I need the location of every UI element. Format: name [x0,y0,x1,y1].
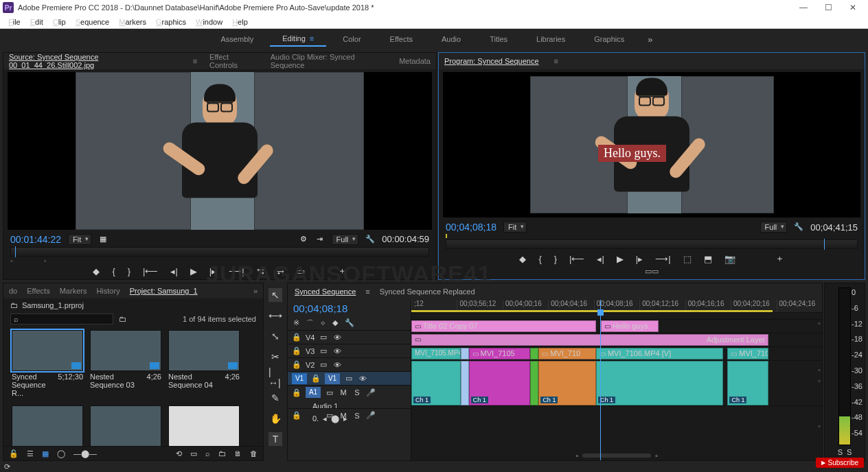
clip-video[interactable] [461,348,469,359]
youtube-subscribe-button[interactable]: Subscribe [816,458,864,468]
wrench-icon[interactable]: 🔧 [345,318,354,329]
type-tool-icon[interactable]: T [269,432,282,446]
clip-video[interactable]: ▭ MVI_7105 [469,348,531,359]
new-item-icon[interactable]: 🗎 [234,449,242,458]
step-back-button[interactable]: ◂| [597,254,604,264]
tab-audio-mixer[interactable]: Audio Clip Mixer: Synced Sequence [269,51,387,71]
find-icon[interactable]: ⌕ [205,449,210,458]
clip-audio[interactable]: Ch 1 [411,361,461,405]
extract-button[interactable]: ⬒ [704,254,712,264]
bin-item[interactable]: Synced Sequence R...5;12;30 [12,330,83,399]
wrench-icon[interactable]: 🔧 [794,222,803,232]
tab-menu-icon[interactable]: ≡ [554,57,558,65]
program-resolution-dropdown[interactable]: Full [760,222,788,233]
track-header-row[interactable]: 🔒▭MS🎤 [288,408,411,422]
source-viewer[interactable] [8,72,432,230]
tab-menu-icon[interactable]: ≡ [365,287,369,296]
workspace-libraries[interactable]: Libraries [524,32,578,46]
menu-sequence[interactable]: Sequence [71,16,114,27]
clip-title[interactable]: ▭ Title 02 Copy 07 [411,320,596,332]
track-header-row[interactable]: V1🔒V1▭👁 [288,371,411,385]
tab-sequence-2[interactable]: Synced Sequence Replaced [380,287,475,296]
program-scrubber[interactable] [446,239,858,249]
marker-icon[interactable]: ◆ [332,318,338,329]
menu-file[interactable]: File [4,16,25,27]
go-to-in-button[interactable]: |⟵ [143,266,158,276]
bin-item[interactable] [90,405,161,446]
wrench-icon[interactable]: 🔧 [365,235,375,244]
bin-item[interactable]: Nested Sequence 034;26 [90,330,161,399]
step-back-button[interactable]: ◂| [170,266,177,276]
track-header-row[interactable]: 🔒V4▭👁 [288,330,411,344]
clip-audio[interactable]: Ch 1 [727,361,768,405]
workspace-editing[interactable]: Editing≡ [270,32,326,47]
play-button[interactable]: ▶ [617,254,624,264]
program-viewer[interactable]: Hello guys. [443,72,860,217]
zoom-in-icon[interactable]: ◦ [655,451,658,460]
workspace-effects[interactable]: Effects [378,32,425,46]
rw-toggle-icon[interactable]: 🔓 [9,449,19,458]
workspace-color[interactable]: Color [330,32,373,46]
clip-video[interactable]: ▭ MVI_710 [538,348,596,359]
program-timecode[interactable]: 00;04;08;18 [446,222,496,233]
comparison-view-icon[interactable]: ▭▭ [439,267,865,279]
menu-edit[interactable]: Edit [26,16,47,27]
safe-margins-icon[interactable]: ▦ [98,235,108,244]
settings-icon[interactable]: ⚙ [299,235,308,244]
clip-video[interactable] [530,348,538,359]
close-button[interactable]: ✕ [841,3,865,12]
overwrite-button[interactable]: ⥅ [277,266,284,276]
hand-tool-icon[interactable]: ✋ [269,412,282,425]
track-v3[interactable]: ▭ Title 02 Copy 07 ▭ Hello guys. [411,319,822,333]
bin-item[interactable]: Nested Sequence 044;26 [168,330,240,399]
export-frame-button[interactable]: ▭ [297,266,305,276]
tab-menu-icon[interactable]: ≡ [193,57,197,65]
mark-out-button[interactable]: } [128,266,130,276]
step-forward-button[interactable]: |▸ [209,266,216,276]
mark-out-button[interactable]: } [554,254,557,264]
list-view-icon[interactable]: ☰ [27,449,34,458]
track-a2[interactable] [411,405,822,419]
menu-markers[interactable]: Markers [115,16,150,27]
go-to-out-button[interactable]: ⟶| [655,254,670,264]
playhead[interactable] [600,300,601,460]
timeline-tracks[interactable]: ;12 00;03;56;12 00;04;00;16 00;04;04;16 … [411,300,822,460]
tab-sequence[interactable]: Synced Sequence [295,287,356,296]
solo-right[interactable]: S [847,448,852,456]
timeline-timecode[interactable]: 00;04;08;18 [288,300,411,317]
zoom-slider[interactable]: —⬤— [73,449,97,458]
workspace-assembly[interactable]: Assembly [209,32,266,46]
add-marker-button[interactable]: ◆ [519,254,526,264]
tab-project[interactable]: Project: Samsung_1 [130,287,198,295]
track-header-row[interactable]: 🔒V3▭👁 [288,344,411,357]
slip-tool-icon[interactable]: |↔| [269,370,282,384]
new-bin-icon[interactable]: 🗀 [218,449,226,458]
workspace-titles[interactable]: Titles [477,32,520,46]
selection-tool-icon[interactable]: ↖ [269,288,282,302]
tab-effect-controls[interactable]: Effect Controls [208,51,258,71]
delete-icon[interactable]: 🗑 [250,449,258,458]
add-button[interactable]: ＋ [338,265,347,277]
tab-info[interactable]: do [9,287,17,295]
minimize-button[interactable]: — [791,3,816,12]
track-header-row[interactable]: 🔒A1▭MS🎤 Audio 1 0.◂⬤▸ [288,385,411,408]
timeline-zoom-slider[interactable] [582,453,651,458]
insert-button[interactable]: ⥃ [257,266,264,276]
icon-view-icon[interactable]: ▦ [42,449,49,458]
sync-icon[interactable]: ⟳ [4,462,10,471]
razor-tool-icon[interactable]: ✂ [269,350,282,364]
mark-in-button[interactable]: { [112,266,115,276]
clip-adjustment[interactable]: ▭ Adjustment Layer [411,334,768,346]
add-marker-button[interactable]: ◆ [93,266,100,276]
snap-icon[interactable]: ※ [293,318,299,329]
clip-audio[interactable]: Ch 1 [538,361,596,405]
export-frame-button[interactable]: 📷 [724,254,735,264]
source-fit-dropdown[interactable]: Fit [68,234,91,245]
sort-icon[interactable]: ⟲ [176,449,182,458]
menu-clip[interactable]: Clip [49,16,70,27]
program-fit-dropdown[interactable]: Fit [503,222,527,233]
solo-left[interactable]: S [838,448,843,456]
step-forward-button[interactable]: |▸ [636,254,643,264]
freeform-view-icon[interactable]: ◯ [57,449,65,458]
menu-graphics[interactable]: Graphics [152,16,190,27]
